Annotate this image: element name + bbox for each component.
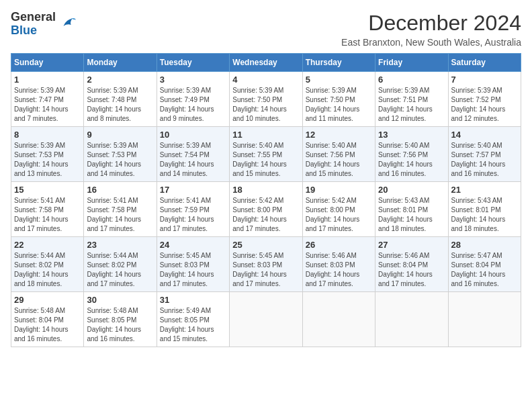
day-info: Sunrise: 5:39 AM Sunset: 7:54 PM Dayligh… <box>160 141 226 179</box>
calendar-cell: 8 Sunrise: 5:39 AM Sunset: 7:53 PM Dayli… <box>11 127 84 182</box>
sunrise-label: Sunrise: 5:49 AM <box>160 307 211 314</box>
sunrise-label: Sunrise: 5:46 AM <box>378 252 429 259</box>
sunrise-label: Sunrise: 5:42 AM <box>306 197 357 204</box>
daylight-label: Daylight: 14 hours <box>232 271 287 278</box>
sunrise-label: Sunrise: 5:41 AM <box>14 197 65 204</box>
calendar-cell: 16 Sunrise: 5:41 AM Sunset: 7:58 PM Dayl… <box>84 182 157 237</box>
calendar-cell: 21 Sunrise: 5:43 AM Sunset: 8:01 PM Dayl… <box>448 182 521 237</box>
calendar-cell: 2 Sunrise: 5:39 AM Sunset: 7:48 PM Dayli… <box>84 72 157 127</box>
daylight-minutes: and 14 minutes. <box>160 170 208 177</box>
sunrise-label: Sunrise: 5:43 AM <box>378 197 429 204</box>
calendar-cell: 30 Sunrise: 5:48 AM Sunset: 8:05 PM Dayl… <box>84 292 157 347</box>
day-info: Sunrise: 5:45 AM Sunset: 8:03 PM Dayligh… <box>160 251 226 289</box>
calendar-cell: 20 Sunrise: 5:43 AM Sunset: 8:01 PM Dayl… <box>375 182 448 237</box>
daylight-label: Daylight: 14 hours <box>14 161 69 168</box>
daylight-label: Daylight: 14 hours <box>306 271 360 278</box>
sunset-label: Sunset: 7:52 PM <box>451 96 501 103</box>
sunrise-label: Sunrise: 5:41 AM <box>160 197 211 204</box>
daylight-minutes: and 16 minutes. <box>378 170 426 177</box>
calendar-week-2: 8 Sunrise: 5:39 AM Sunset: 7:53 PM Dayli… <box>11 127 521 182</box>
header: General Blue December 2024 East Branxton… <box>11 11 521 48</box>
location-subtitle: East Branxton, New South Wales, Australi… <box>341 37 521 48</box>
daylight-minutes: and 12 minutes. <box>378 115 426 122</box>
day-info: Sunrise: 5:47 AM Sunset: 8:04 PM Dayligh… <box>451 251 518 289</box>
daylight-label: Daylight: 14 hours <box>14 326 69 333</box>
day-info: Sunrise: 5:41 AM Sunset: 7:59 PM Dayligh… <box>160 196 226 234</box>
daylight-label: Daylight: 14 hours <box>87 161 141 168</box>
sunrise-label: Sunrise: 5:39 AM <box>160 142 211 149</box>
calendar-header-row: Sunday Monday Tuesday Wednesday Thursday… <box>11 54 521 72</box>
calendar-cell: 17 Sunrise: 5:41 AM Sunset: 7:59 PM Dayl… <box>157 182 229 237</box>
sunset-label: Sunset: 8:00 PM <box>306 206 355 214</box>
day-number: 25 <box>232 240 299 250</box>
sunrise-label: Sunrise: 5:39 AM <box>14 142 65 149</box>
sunset-label: Sunset: 7:53 PM <box>87 151 136 158</box>
day-number: 26 <box>306 240 372 250</box>
daylight-minutes: and 17 minutes. <box>14 225 62 232</box>
daylight-label: Daylight: 14 hours <box>87 105 141 113</box>
day-info: Sunrise: 5:40 AM Sunset: 7:57 PM Dayligh… <box>451 141 518 179</box>
daylight-label: Daylight: 14 hours <box>14 216 69 223</box>
sunrise-label: Sunrise: 5:46 AM <box>306 252 357 259</box>
daylight-minutes: and 18 minutes. <box>378 225 426 232</box>
sunrise-label: Sunrise: 5:39 AM <box>306 87 357 94</box>
daylight-minutes: and 17 minutes. <box>306 280 353 287</box>
header-monday: Monday <box>84 54 157 72</box>
daylight-label: Daylight: 14 hours <box>160 271 214 278</box>
day-number: 21 <box>451 185 518 195</box>
header-tuesday: Tuesday <box>157 54 229 72</box>
logo-general: General <box>11 11 56 24</box>
day-info: Sunrise: 5:39 AM Sunset: 7:52 PM Dayligh… <box>451 86 518 124</box>
calendar-cell: 12 Sunrise: 5:40 AM Sunset: 7:56 PM Dayl… <box>302 127 375 182</box>
sunrise-label: Sunrise: 5:39 AM <box>87 142 138 149</box>
daylight-minutes: and 10 minutes. <box>232 115 280 122</box>
day-number: 22 <box>14 240 81 250</box>
day-number: 13 <box>378 130 445 140</box>
calendar-cell <box>448 292 521 347</box>
header-wednesday: Wednesday <box>230 54 302 72</box>
day-info: Sunrise: 5:39 AM Sunset: 7:50 PM Dayligh… <box>306 86 372 124</box>
logo: General Blue <box>11 11 77 38</box>
daylight-minutes: and 17 minutes. <box>306 225 353 232</box>
sunset-label: Sunset: 8:04 PM <box>14 316 64 324</box>
daylight-label: Daylight: 14 hours <box>378 105 433 113</box>
sunset-label: Sunset: 8:03 PM <box>232 261 282 269</box>
day-info: Sunrise: 5:40 AM Sunset: 7:55 PM Dayligh… <box>232 141 299 179</box>
daylight-minutes: and 15 minutes. <box>160 335 208 342</box>
header-sunday: Sunday <box>11 54 84 72</box>
day-number: 10 <box>160 130 226 140</box>
calendar-cell: 26 Sunrise: 5:46 AM Sunset: 8:03 PM Dayl… <box>302 237 375 292</box>
sunrise-label: Sunrise: 5:48 AM <box>14 307 65 314</box>
calendar-cell: 11 Sunrise: 5:40 AM Sunset: 7:55 PM Dayl… <box>230 127 302 182</box>
calendar-week-4: 22 Sunrise: 5:44 AM Sunset: 8:02 PM Dayl… <box>11 237 521 292</box>
day-number: 27 <box>378 240 445 250</box>
calendar-cell: 14 Sunrise: 5:40 AM Sunset: 7:57 PM Dayl… <box>448 127 521 182</box>
calendar-week-5: 29 Sunrise: 5:48 AM Sunset: 8:04 PM Dayl… <box>11 292 521 347</box>
month-year-title: December 2024 <box>341 11 521 36</box>
daylight-minutes: and 17 minutes. <box>160 225 208 232</box>
sunset-label: Sunset: 8:01 PM <box>378 206 428 214</box>
day-number: 24 <box>160 240 226 250</box>
sunrise-label: Sunrise: 5:47 AM <box>451 252 502 259</box>
calendar-cell: 27 Sunrise: 5:46 AM Sunset: 8:04 PM Dayl… <box>375 237 448 292</box>
sunset-label: Sunset: 8:05 PM <box>160 316 210 324</box>
daylight-label: Daylight: 14 hours <box>14 271 69 278</box>
day-info: Sunrise: 5:41 AM Sunset: 7:58 PM Dayligh… <box>87 196 153 234</box>
day-info: Sunrise: 5:43 AM Sunset: 8:01 PM Dayligh… <box>378 196 445 234</box>
day-info: Sunrise: 5:39 AM Sunset: 7:48 PM Dayligh… <box>87 86 153 124</box>
calendar-cell: 28 Sunrise: 5:47 AM Sunset: 8:04 PM Dayl… <box>448 237 521 292</box>
sunset-label: Sunset: 8:01 PM <box>451 206 501 214</box>
sunset-label: Sunset: 7:59 PM <box>160 206 210 214</box>
sunset-label: Sunset: 8:03 PM <box>306 261 355 269</box>
sunset-label: Sunset: 7:54 PM <box>160 151 210 158</box>
day-info: Sunrise: 5:45 AM Sunset: 8:03 PM Dayligh… <box>232 251 299 289</box>
daylight-label: Daylight: 14 hours <box>160 161 214 168</box>
header-saturday: Saturday <box>448 54 521 72</box>
day-number: 31 <box>160 295 226 305</box>
day-info: Sunrise: 5:39 AM Sunset: 7:51 PM Dayligh… <box>378 86 445 124</box>
sunrise-label: Sunrise: 5:39 AM <box>160 87 211 94</box>
daylight-label: Daylight: 14 hours <box>160 326 214 333</box>
sunset-label: Sunset: 7:56 PM <box>378 151 428 158</box>
header-friday: Friday <box>375 54 448 72</box>
logo-blue: Blue <box>11 24 56 38</box>
